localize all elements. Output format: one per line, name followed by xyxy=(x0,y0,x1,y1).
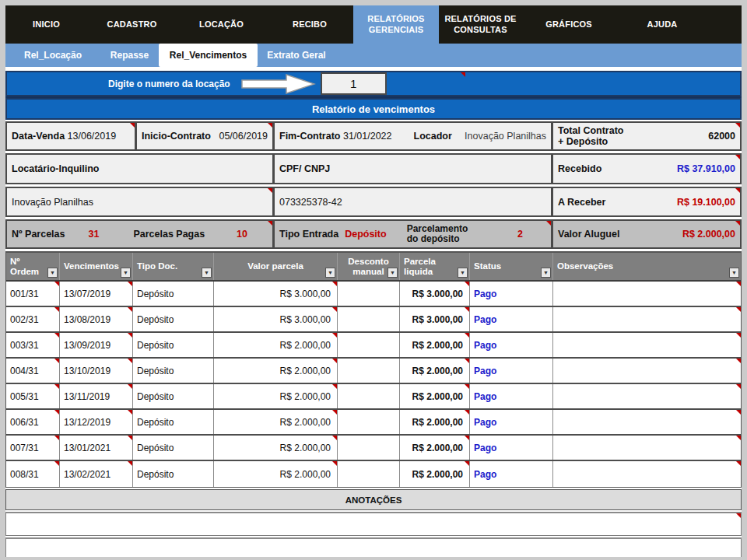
data-venda-cell[interactable]: Data-Venda 13/06/2019 xyxy=(5,121,135,151)
sheet-tab-extrato-geral[interactable]: Extrato Geral xyxy=(258,44,335,67)
nav-tab-locacao[interactable]: LOCAÇÃO xyxy=(177,5,266,44)
nav-tab-cadastro[interactable]: CADASTRO xyxy=(87,5,177,44)
cpf-value-cell[interactable]: 073325378-42 xyxy=(273,187,552,217)
cell-valor[interactable]: R$ 2.000,00 xyxy=(214,436,338,460)
cell-tipo[interactable]: Depósito xyxy=(133,436,214,460)
cell-ordem[interactable]: 006/31 xyxy=(6,410,60,434)
valor-aluguel-cell[interactable]: Valor Aluguel R$ 2.000,00 xyxy=(552,219,742,249)
anotacoes-row-2[interactable] xyxy=(5,537,742,557)
a-receber-cell[interactable]: A Receber R$ 19.100,00 xyxy=(552,187,742,217)
cell-liquida[interactable]: R$ 2.000,00 xyxy=(400,359,470,383)
cell-valor[interactable]: R$ 3.000,00 xyxy=(214,282,338,306)
cell-desconto[interactable] xyxy=(338,282,400,306)
cell-ordem[interactable]: 005/31 xyxy=(6,384,60,408)
filter-dropdown-icon[interactable]: ▼ xyxy=(121,268,131,278)
cell-obs[interactable] xyxy=(553,384,741,408)
filter-dropdown-icon[interactable]: ▼ xyxy=(388,268,398,278)
cell-obs[interactable] xyxy=(553,359,741,383)
cell-venc[interactable]: 13/07/2019 xyxy=(60,282,133,306)
filter-dropdown-icon[interactable]: ▼ xyxy=(458,268,468,278)
locatario-value-cell[interactable]: Inovação Planilhas xyxy=(5,187,273,217)
cell-liquida[interactable]: R$ 2.000,00 xyxy=(400,436,470,460)
cell-status[interactable]: Pago xyxy=(470,282,553,306)
filter-dropdown-icon[interactable]: ▼ xyxy=(729,268,739,278)
cell-tipo[interactable]: Depósito xyxy=(133,333,214,357)
cell-liquida[interactable]: R$ 3.000,00 xyxy=(400,282,470,306)
cell-status[interactable]: Pago xyxy=(470,461,553,487)
nav-tab-recibo[interactable]: RECIBO xyxy=(266,5,353,44)
nav-tab-relatorios-gerenciais[interactable]: RELATÓRIOS GERENCIAIS xyxy=(353,5,439,44)
cell-desconto[interactable] xyxy=(338,359,400,383)
cell-desconto[interactable] xyxy=(338,461,400,487)
cell-valor[interactable]: R$ 2.000,00 xyxy=(214,461,338,487)
sheet-tab-repasse[interactable]: Repasse xyxy=(100,44,159,67)
nav-tab-inicio[interactable]: INICIO xyxy=(5,5,87,44)
cell-desconto[interactable] xyxy=(338,333,400,357)
filter-dropdown-icon[interactable]: ▼ xyxy=(202,268,212,278)
cell-obs[interactable] xyxy=(553,410,741,434)
anotacoes-row-1[interactable] xyxy=(5,512,742,536)
cell-desconto[interactable] xyxy=(338,410,400,434)
filter-dropdown-icon[interactable]: ▼ xyxy=(47,268,58,278)
cell-obs[interactable] xyxy=(553,461,741,487)
cell-venc[interactable]: 13/10/2019 xyxy=(60,359,133,383)
cell-venc[interactable]: 13/12/2019 xyxy=(60,410,133,434)
cpf-header-cell[interactable]: CPF/ CNPJ xyxy=(273,153,552,184)
cell-status[interactable]: Pago xyxy=(470,333,553,357)
cell-valor[interactable]: R$ 2.000,00 xyxy=(214,333,338,357)
cell-liquida[interactable]: R$ 2.000,00 xyxy=(400,410,470,434)
cell-valor[interactable]: R$ 2.000,00 xyxy=(214,359,338,383)
cell-valor[interactable]: R$ 3.000,00 xyxy=(214,307,338,331)
sheet-tab-rel-locacao[interactable]: Rel_Locação xyxy=(5,44,100,67)
cell-ordem[interactable]: 008/31 xyxy=(6,461,60,487)
nav-tab-ajuda[interactable]: AJUDA xyxy=(615,5,709,44)
filter-dropdown-icon[interactable]: ▼ xyxy=(541,268,551,278)
cell-status[interactable]: Pago xyxy=(470,436,553,460)
nav-tab-relatorios-de-consultas[interactable]: RELATÓRIOS DE CONSULTAS xyxy=(439,5,522,44)
cell-ordem[interactable]: 003/31 xyxy=(6,333,60,357)
sheet-tab-rel-vencimentos[interactable]: Rel_Vencimentos xyxy=(159,44,258,67)
inicio-contrato-cell[interactable]: Inicio-Contrato 05/06/2019 xyxy=(135,121,273,151)
cell-liquida[interactable]: R$ 2.000,00 xyxy=(400,333,470,357)
cell-desconto[interactable] xyxy=(338,436,400,460)
cell-tipo[interactable]: Depósito xyxy=(133,384,214,408)
cell-valor[interactable]: R$ 2.000,00 xyxy=(214,384,338,408)
cell-liquida[interactable]: R$ 2.000,00 xyxy=(400,384,470,408)
cell-valor[interactable]: R$ 2.000,00 xyxy=(214,410,338,434)
cell-venc[interactable]: 13/09/2019 xyxy=(60,333,133,357)
cell-venc[interactable]: 13/01/2021 xyxy=(60,436,133,460)
cell-status[interactable]: Pago xyxy=(470,359,553,383)
cell-ordem[interactable]: 002/31 xyxy=(6,307,60,331)
parcelas-cell[interactable]: Nº Parcelas 31 Parcelas Pagas 10 xyxy=(5,219,273,249)
cell-obs[interactable] xyxy=(553,436,741,460)
cell-venc[interactable]: 13/11/2019 xyxy=(60,384,133,408)
cell-obs[interactable] xyxy=(553,333,741,357)
tipo-entrada-cell[interactable]: Tipo Entrada Depósito Parcelamento do de… xyxy=(273,219,552,249)
fim-contrato-cell[interactable]: Fim-Contrato 31/01/2022 Locador Inovação… xyxy=(273,121,552,151)
cell-venc[interactable]: 13/08/2019 xyxy=(60,307,133,331)
cell-desconto[interactable] xyxy=(338,307,400,331)
cell-ordem[interactable]: 007/31 xyxy=(6,436,60,460)
locatario-header-cell[interactable]: Locatário-Inquilino xyxy=(5,153,273,184)
location-number-input[interactable]: 1 xyxy=(321,72,387,95)
filter-dropdown-icon[interactable]: ▼ xyxy=(325,268,335,278)
cell-tipo[interactable]: Depósito xyxy=(133,410,214,434)
total-contrato-cell[interactable]: Total Contrato + Depósito 62000 xyxy=(552,121,742,151)
cell-status[interactable]: Pago xyxy=(470,307,553,331)
cell-ordem[interactable]: 001/31 xyxy=(6,282,60,306)
cell-tipo[interactable]: Depósito xyxy=(133,282,214,306)
cell-tipo[interactable]: Depósito xyxy=(133,307,214,331)
cell-tipo[interactable]: Depósito xyxy=(133,461,214,487)
cell-tipo[interactable]: Depósito xyxy=(133,359,214,383)
recebido-cell[interactable]: Recebido R$ 37.910,00 xyxy=(552,153,742,184)
cell-status[interactable]: Pago xyxy=(470,410,553,434)
cell-obs[interactable] xyxy=(553,282,741,306)
cell-liquida[interactable]: R$ 3.000,00 xyxy=(400,307,470,331)
nav-tab-graficos[interactable]: GRÁFICOS xyxy=(522,5,615,44)
cell-ordem[interactable]: 004/31 xyxy=(6,359,60,383)
cell-desconto[interactable] xyxy=(338,384,400,408)
cell-obs[interactable] xyxy=(553,307,741,331)
cell-venc[interactable]: 13/02/2021 xyxy=(60,461,133,487)
cell-status[interactable]: Pago xyxy=(470,384,553,408)
cell-liquida[interactable]: R$ 2.000,00 xyxy=(400,461,470,487)
